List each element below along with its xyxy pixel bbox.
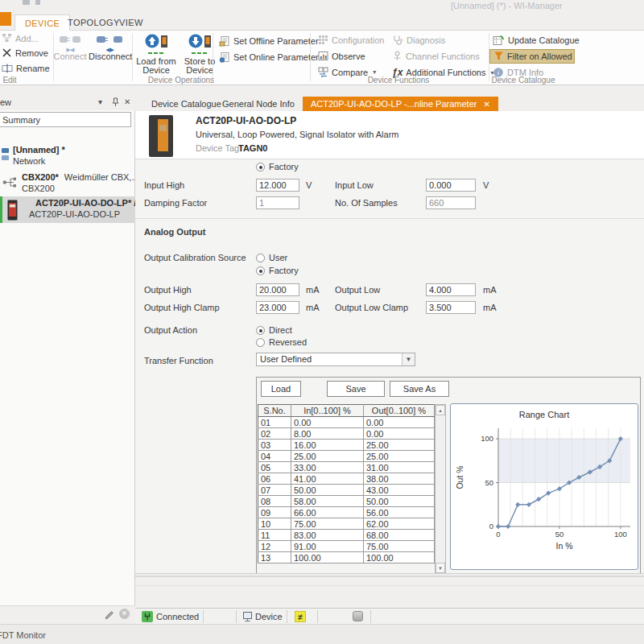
- table-cell[interactable]: 09: [258, 507, 291, 518]
- table-cell[interactable]: 58.00: [291, 496, 364, 507]
- load-from-device-button[interactable]: Load from Device: [135, 33, 177, 75]
- transfer-function-dropdown[interactable]: User Defined ▼: [256, 353, 415, 366]
- tab-view[interactable]: VIEW: [109, 14, 153, 31]
- input-calibration-factory-radio[interactable]: [256, 163, 265, 171]
- panel-close-icon[interactable]: ✕: [124, 97, 130, 106]
- set-offline-parameter-button[interactable]: Set Offline Parameter: [219, 35, 319, 47]
- tab-close-icon[interactable]: ✕: [483, 100, 489, 109]
- table-cell[interactable]: 0.00: [364, 428, 435, 440]
- table-cell[interactable]: 10: [258, 518, 291, 530]
- table-cell[interactable]: 04: [258, 451, 291, 462]
- col-sno[interactable]: S.No.: [258, 405, 291, 417]
- table-row[interactable]: 0750.0043.00: [258, 485, 435, 496]
- table-cell[interactable]: 75.00: [291, 518, 364, 530]
- table-cell[interactable]: 91.00: [291, 541, 364, 552]
- disconnect-button[interactable]: ◀ ▶ Disconnect: [89, 34, 130, 61]
- store-to-device-button[interactable]: Store to Device: [179, 33, 221, 75]
- table-row[interactable]: 0425.0025.00: [258, 451, 435, 462]
- table-cell[interactable]: 12: [258, 541, 291, 552]
- scroll-up-icon[interactable]: ▲: [436, 405, 445, 415]
- tree-item-cbx200[interactable]: CBX200*Weidmüller CBX,... CBX200: [0, 171, 135, 196]
- col-out[interactable]: Out[0..100] %: [364, 405, 435, 417]
- chevron-down-icon[interactable]: ▼: [402, 353, 415, 365]
- table-row[interactable]: 1291.0075.00: [258, 541, 435, 552]
- table-cell[interactable]: 62.00: [364, 518, 435, 530]
- table-row[interactable]: 1183.0068.00: [258, 530, 435, 541]
- save-button[interactable]: Save: [327, 381, 385, 397]
- set-online-parameter-button[interactable]: Set Online Parameter: [219, 52, 319, 63]
- table-row[interactable]: 0316.0025.00: [258, 440, 435, 451]
- file-button[interactable]: [0, 12, 11, 26]
- output-action-reversed-radio[interactable]: [256, 338, 265, 347]
- tree-item-project[interactable]: [Unnamed] * Network: [0, 143, 135, 169]
- table-cell[interactable]: 41.00: [291, 473, 364, 485]
- table-row[interactable]: 028.000.00: [258, 428, 435, 440]
- table-cell[interactable]: 43.00: [364, 485, 435, 496]
- table-row[interactable]: 0533.0031.00: [258, 462, 435, 473]
- table-row[interactable]: 010.000.00: [258, 417, 435, 428]
- table-cell[interactable]: 08: [258, 496, 291, 507]
- table-cell[interactable]: 100.00: [291, 552, 364, 564]
- observe-button[interactable]: Observe: [318, 51, 365, 61]
- table-row[interactable]: 0966.0056.00: [258, 507, 435, 518]
- no-of-samples-field[interactable]: 660: [426, 196, 476, 209]
- damping-factor-field[interactable]: 1: [256, 196, 299, 209]
- quick-access-dropdown-icon[interactable]: [35, 0, 40, 5]
- table-row[interactable]: 13100.00100.00: [258, 552, 435, 564]
- table-row[interactable]: 0858.0050.00: [258, 496, 435, 507]
- input-low-field[interactable]: 0.000: [426, 179, 476, 192]
- connect-button[interactable]: ▶◀ Connect: [53, 34, 87, 61]
- table-cell[interactable]: 25.00: [364, 440, 435, 451]
- table-cell[interactable]: 01: [258, 417, 291, 428]
- table-cell[interactable]: 66.00: [291, 507, 364, 518]
- output-action-direct-radio[interactable]: [256, 326, 265, 335]
- table-cell[interactable]: 50.00: [291, 485, 364, 496]
- table-cell[interactable]: 75.00: [364, 541, 435, 552]
- table-cell[interactable]: 56.00: [364, 507, 435, 518]
- doc-tab-general-node-info[interactable]: General Node Info: [214, 97, 303, 111]
- rename-button[interactable]: Rename: [2, 63, 50, 73]
- output-low-clamp-field[interactable]: 3.500: [426, 301, 476, 314]
- table-cell[interactable]: 25.00: [364, 451, 435, 462]
- table-cell[interactable]: 03: [258, 440, 291, 451]
- channel-functions-button[interactable]: Channel Functions: [392, 51, 480, 61]
- table-cell[interactable]: 13: [258, 552, 291, 564]
- quick-access-icon[interactable]: [23, 0, 30, 5]
- output-low-field[interactable]: 4.000: [426, 283, 476, 296]
- pencil-icon[interactable]: [103, 608, 116, 621]
- table-scrollbar[interactable]: ▲ ▼: [435, 404, 446, 574]
- input-high-field[interactable]: 12.000: [256, 179, 299, 192]
- table-cell[interactable]: 68.00: [364, 530, 435, 541]
- table-cell[interactable]: 02: [258, 428, 291, 440]
- doc-tab-online-parameter[interactable]: ACT20P-UI-AO-DO-LP -...nline Parameter✕: [303, 97, 498, 112]
- update-catalogue-button[interactable]: Update Catalogue: [493, 35, 580, 46]
- tree-filter-input[interactable]: [0, 112, 131, 127]
- table-cell[interactable]: 83.00: [291, 530, 364, 541]
- output-high-clamp-field[interactable]: 23.000: [256, 301, 299, 314]
- save-as-button[interactable]: Save As: [390, 381, 449, 397]
- panel-dropdown-icon[interactable]: ▾: [98, 97, 102, 106]
- close-circle-icon[interactable]: ✕: [119, 609, 130, 619]
- table-cell[interactable]: 05: [258, 462, 291, 473]
- table-cell[interactable]: 0.00: [364, 417, 435, 428]
- table-cell[interactable]: 33.00: [291, 462, 364, 473]
- output-calibration-factory-radio[interactable]: [256, 266, 265, 275]
- output-calibration-user-radio[interactable]: [256, 254, 265, 262]
- diagnosis-button[interactable]: Diagnosis: [392, 35, 445, 45]
- tree-item-act20p[interactable]: ACT20P-UI-AO-DO-LP* /... ACT20P-UI-AO-DO…: [0, 196, 135, 223]
- table-cell[interactable]: 31.00: [364, 462, 435, 473]
- col-in[interactable]: In[0..100] %: [291, 405, 364, 417]
- table-row[interactable]: 1075.0062.00: [258, 518, 435, 530]
- configuration-button[interactable]: Configuration: [318, 35, 384, 45]
- output-high-field[interactable]: 20.000: [256, 283, 299, 296]
- table-cell[interactable]: 06: [258, 473, 291, 485]
- table-row[interactable]: 0641.0038.00: [258, 473, 435, 485]
- table-cell[interactable]: 16.00: [291, 440, 364, 451]
- table-cell[interactable]: 25.00: [291, 451, 364, 462]
- pin-icon[interactable]: [111, 97, 120, 107]
- table-cell[interactable]: 100.00: [364, 552, 435, 564]
- scroll-down-icon[interactable]: ▼: [436, 563, 445, 573]
- table-cell[interactable]: 50.00: [364, 496, 435, 507]
- table-cell[interactable]: 38.00: [364, 473, 435, 485]
- table-cell[interactable]: 0.00: [291, 417, 364, 428]
